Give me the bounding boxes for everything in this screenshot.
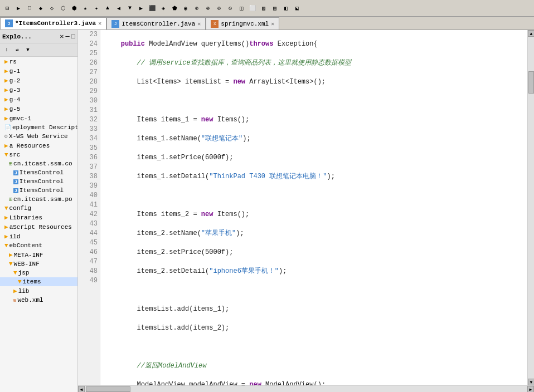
- sidebar-item-libraries[interactable]: ▶ Libraries: [0, 213, 77, 222]
- tab-items-controller[interactable]: J ItemsController.java ✕: [106, 17, 206, 30]
- service-icon: ⚙: [4, 133, 8, 140]
- toolbar-icon-21[interactable]: ⊙: [225, 3, 235, 13]
- scroll-thumb[interactable]: [528, 71, 534, 94]
- toolbar-icon-1[interactable]: ⊞: [2, 3, 12, 13]
- sidebar-item-config[interactable]: ▼ config: [0, 204, 77, 213]
- code-line-38: itemsList.add(items_2);: [105, 324, 527, 333]
- folder-icon: ▶: [4, 58, 8, 65]
- sidebar-item-ascript-resources[interactable]: ▶ aScript Resources: [0, 222, 77, 232]
- package-icon: ⊞: [9, 160, 12, 167]
- toolbar-icon-20[interactable]: ⊘: [214, 3, 224, 13]
- sidebar-item-src[interactable]: ▼ src: [0, 150, 77, 159]
- sidebar-item-g4[interactable]: ▶ g-4: [0, 95, 77, 104]
- sidebar-item-meta-inf[interactable]: ▶ META-INF: [0, 250, 77, 259]
- sidebar-min-icon[interactable]: —: [66, 33, 70, 41]
- toolbar-icon-9[interactable]: ✦: [91, 3, 101, 13]
- sidebar-item-java1[interactable]: J ItemsControl: [0, 168, 77, 177]
- tab-close-3[interactable]: ✕: [271, 21, 274, 27]
- scroll-right-btn[interactable]: ▶: [527, 386, 534, 392]
- toolbar-icon-12[interactable]: ▼: [125, 3, 135, 13]
- sidebar-item-webcontent[interactable]: ▼ ebContent: [0, 241, 77, 250]
- toolbar-icon-5[interactable]: ◇: [47, 3, 57, 13]
- sidebar-item-label: WEB-INF: [14, 261, 40, 267]
- sidebar-item-xws[interactable]: ⚙ X-WS Web Service: [0, 132, 77, 141]
- toolbar-icon-17[interactable]: ◉: [181, 3, 191, 13]
- sidebar-title: Explo...: [2, 33, 32, 40]
- sidebar-item-rs[interactable]: ▶ rs: [0, 57, 77, 66]
- code-line-24: // 调用service查找数据库，查询商品列表，这里就使用静态数据模型: [105, 58, 527, 68]
- tab-items-controller3[interactable]: J *ItemsController3.java ✕: [0, 17, 106, 30]
- toolbar-icon-13[interactable]: ▶: [136, 3, 146, 13]
- sidebar-item-jsp[interactable]: ▼ jsp: [0, 268, 77, 277]
- code-line-41: ModelAndView modelAndView = new ModelAnd…: [105, 380, 527, 385]
- sidebar-item-g2[interactable]: ▶ g-2: [0, 76, 77, 85]
- sidebar-item-lib[interactable]: ▶ lib: [0, 286, 77, 296]
- toolbar-icon-10[interactable]: ▲: [103, 3, 113, 13]
- h-scroll-thumb[interactable]: [86, 386, 130, 392]
- toolbar-icon-7[interactable]: ⬢: [69, 3, 79, 13]
- sidebar-item-package2[interactable]: ⊞ cn.itcast.ssm.po: [0, 195, 77, 204]
- toolbar-icon-3[interactable]: □: [25, 3, 35, 13]
- tab-close-2[interactable]: ✕: [197, 21, 201, 27]
- toolbar-icon-4[interactable]: ◆: [36, 3, 46, 13]
- sidebar-item-label: g-2: [9, 77, 21, 84]
- bottom-scrollbar[interactable]: ◀ ▶: [78, 385, 534, 392]
- toolbar-icon-24[interactable]: ▨: [259, 3, 269, 13]
- sidebar-item-ild[interactable]: ▶ ild: [0, 232, 77, 241]
- code-content[interactable]: 23 24 25 26 27 28 29 30 31 32 33 34 35 3…: [78, 30, 534, 385]
- folder-icon: ▶: [4, 96, 8, 103]
- sidebar-item-label: cn.itcast.ssm.po: [13, 196, 72, 203]
- sidebar-item-package1[interactable]: ⊞ cn.itcast.ssm.co: [0, 159, 77, 168]
- toolbar-icon-23[interactable]: ⬜: [247, 3, 258, 13]
- code-line-34: items_2.setPrice(5000f);: [105, 248, 527, 257]
- sidebar-item-g5[interactable]: ▶ g-5: [0, 104, 77, 114]
- code-line-31: [105, 191, 527, 200]
- toolbar-icon-6[interactable]: ⬡: [58, 3, 68, 13]
- toolbar-icon-18[interactable]: ⊕: [192, 3, 202, 13]
- sidebar-item-label: lib: [18, 288, 30, 295]
- sidebar-item-label: X-WS Web Service: [9, 133, 68, 140]
- toolbar-icon-27[interactable]: ⬕: [292, 3, 302, 13]
- sidebar-item-java2[interactable]: J ItemsControl: [0, 177, 77, 186]
- code-line-32: Items items_2 = new Items();: [105, 210, 527, 219]
- collapse-btn[interactable]: ↕: [2, 46, 11, 55]
- tab-springmvc-xml[interactable]: X springmvc.xml ✕: [206, 17, 279, 30]
- code-line-37: itemsList.add(items_1);: [105, 305, 527, 314]
- right-scrollbar[interactable]: ▲ ▼: [527, 30, 534, 385]
- sidebar: Explo... ✕ — □ ↕ ⇌ ▼ ▶ rs ▶ g-1 ▶ g-2: [0, 30, 78, 392]
- tab-close-1[interactable]: ✕: [98, 20, 101, 27]
- java-icon-2: J: [13, 179, 18, 184]
- sidebar-item-gmvc1[interactable]: ▶ gmvc-1: [0, 114, 77, 123]
- sidebar-close-icon[interactable]: ✕: [60, 32, 64, 41]
- sidebar-item-web-inf[interactable]: ▼ WEB-INF: [0, 259, 77, 268]
- code-line-30: items_1.setDetail("ThinkPad T430 联想笔记本电脑…: [105, 172, 527, 182]
- scroll-up-btn[interactable]: ▲: [528, 30, 534, 37]
- scroll-down-btn[interactable]: ▼: [528, 379, 534, 385]
- scroll-left-btn[interactable]: ◀: [78, 386, 85, 392]
- sidebar-item-deployment[interactable]: 📄 eployment Descript: [0, 123, 77, 132]
- sidebar-item-label: rs: [9, 58, 17, 65]
- toolbar-icon-16[interactable]: ⬟: [169, 3, 179, 13]
- link-btn[interactable]: ⇌: [13, 46, 22, 55]
- toolbar-icon-25[interactable]: ▤: [270, 3, 280, 13]
- toolbar-icon-26[interactable]: ◧: [281, 3, 291, 13]
- java-icon-3: J: [13, 188, 18, 193]
- toolbar-icon-2[interactable]: ▶: [13, 3, 23, 13]
- sidebar-item-items[interactable]: ▼ items: [0, 277, 77, 286]
- code-line-29: items_1.setPrice(6000f);: [105, 153, 527, 163]
- toolbar-icon-14[interactable]: ⬛: [147, 3, 157, 13]
- toolbar-icon-22[interactable]: ◫: [236, 3, 246, 13]
- toolbar-icon-15[interactable]: ◈: [158, 3, 168, 13]
- sidebar-item-label: ItemsControl: [20, 169, 64, 176]
- toolbar-icon-19[interactable]: ⊗: [203, 3, 213, 13]
- sidebar-item-resources[interactable]: ▶ a Resources: [0, 141, 77, 150]
- toolbar-icon-8[interactable]: ★: [80, 3, 90, 13]
- content-area: Explo... ✕ — □ ↕ ⇌ ▼ ▶ rs ▶ g-1 ▶ g-2: [0, 30, 534, 392]
- sidebar-menu-btn[interactable]: ▼: [23, 46, 32, 55]
- sidebar-max-icon[interactable]: □: [71, 33, 75, 41]
- sidebar-item-webxml[interactable]: ⊞ web.xml: [0, 296, 77, 305]
- sidebar-item-g1[interactable]: ▶ g-1: [0, 66, 77, 76]
- toolbar-icon-11[interactable]: ◀: [114, 3, 124, 13]
- sidebar-item-java3[interactable]: J ItemsControl: [0, 186, 77, 195]
- sidebar-item-g3[interactable]: ▶ g-3: [0, 85, 77, 95]
